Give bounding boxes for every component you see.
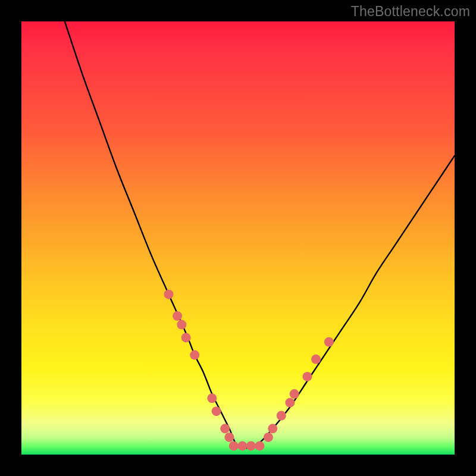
marker-point: [255, 441, 264, 450]
marker-point: [237, 441, 247, 450]
marker-point: [173, 311, 182, 321]
curve-layer: [65, 21, 455, 448]
marker-point: [264, 433, 273, 442]
chart-frame: TheBottleneck.com: [0, 0, 476, 476]
marker-point: [224, 433, 234, 442]
marker-point: [268, 424, 277, 433]
marker-point: [285, 398, 295, 408]
marker-point: [311, 355, 321, 364]
watermark-text: TheBottleneck.com: [351, 4, 470, 20]
chart-svg: [21, 21, 455, 455]
marker-point: [324, 337, 334, 347]
marker-point: [190, 350, 199, 360]
marker-point: [207, 393, 217, 403]
marker-point: [164, 290, 174, 299]
marker-point: [277, 411, 286, 420]
marker-point: [246, 441, 256, 450]
plot-area: [21, 21, 455, 455]
marker-point: [177, 320, 186, 330]
marker-point: [290, 389, 299, 399]
marker-point: [212, 406, 221, 416]
marker-layer: [164, 290, 334, 451]
marker-point: [229, 441, 239, 450]
marker-point: [220, 424, 230, 433]
marker-point: [302, 372, 312, 381]
marker-point: [181, 333, 191, 342]
bottleneck-curve: [65, 21, 455, 448]
